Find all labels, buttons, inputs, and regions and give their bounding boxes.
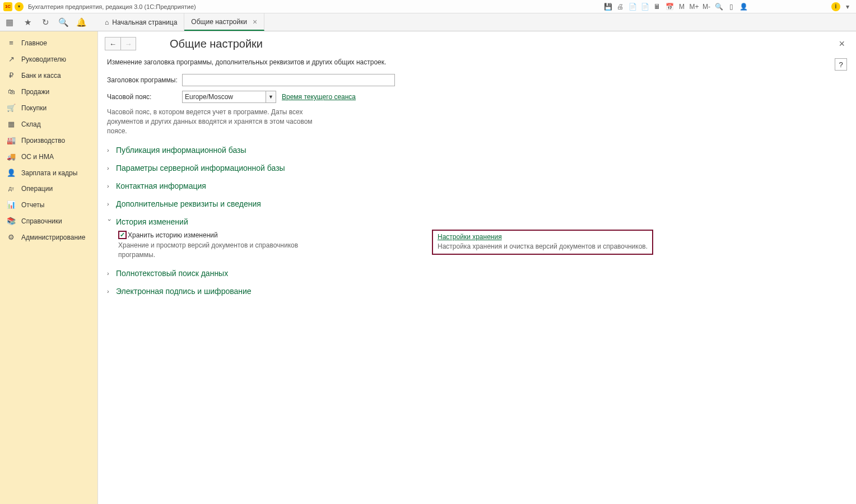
chevron-right-icon: ›	[107, 270, 113, 277]
sidebar-item-purchases[interactable]: 🛒Покупки	[0, 100, 97, 116]
tabs: ⌂ Начальная страница Общие настройки ×	[98, 13, 264, 31]
doc2-icon[interactable]: 📄	[640, 2, 650, 12]
section-title: Публикация информационной базы	[116, 146, 246, 155]
tab-active-label: Общие настройки	[191, 18, 247, 26]
row-timezone: Часовой пояс: Europe/Moscow ▼ Время теку…	[107, 91, 847, 103]
mminus-icon[interactable]: M-	[701, 2, 711, 12]
section-header[interactable]: › Параметры серверной информационной баз…	[107, 161, 847, 175]
info-icon[interactable]: i	[831, 2, 840, 11]
main: ← → Общие настройки × ? Изменение заголо…	[98, 31, 856, 504]
dropdown-icon[interactable]: ▾	[15, 2, 24, 11]
section-body: ✓ Хранить историю изменений Хранение и п…	[107, 228, 847, 262]
titlebar-right: 💾 🖨 📄 📄 🖩 📅 M M+ M- 🔍 ▯ 👤 i ▾	[603, 2, 853, 12]
page-description: Изменение заголовка программы, дополните…	[107, 58, 847, 66]
panel-icon[interactable]: ▯	[726, 2, 736, 12]
sidebar-item-operations[interactable]: ДтОперации	[0, 181, 97, 197]
back-button[interactable]: ←	[105, 37, 120, 50]
m-icon[interactable]: M	[677, 2, 687, 12]
checkbox-row: ✓ Хранить историю изменений	[118, 231, 320, 239]
sidebar-item-label: Администрирование	[21, 234, 85, 241]
sidebar-item-admin[interactable]: ⚙Администрирование	[0, 229, 97, 245]
sidebar-item-label: Склад	[21, 120, 41, 128]
doc-icon[interactable]: 📄	[627, 2, 638, 12]
books-icon: 📚	[7, 217, 16, 225]
sidebar-item-reports[interactable]: 📊Отчеты	[0, 197, 97, 213]
toprow: ▦ ★ ↻ 🔍 🔔 ⌂ Начальная страница Общие нас…	[0, 13, 856, 31]
main-toolbar: ← → Общие настройки ×	[98, 31, 856, 54]
chevron-down-icon[interactable]: ▼	[266, 91, 276, 103]
sidebar-item-manager[interactable]: ↗Руководителю	[0, 51, 97, 67]
session-time-link[interactable]: Время текущего сеанса	[282, 93, 356, 101]
sidebar-item-label: Банк и касса	[21, 72, 61, 80]
info-dropdown-icon[interactable]: ▾	[843, 2, 853, 12]
sidebar-item-label: Справочники	[21, 217, 62, 225]
section-fulltext: › Полнотекстовый поиск данных	[107, 267, 847, 280]
history-row: ✓ Хранить историю изменений Хранение и п…	[118, 231, 847, 260]
timezone-select[interactable]: Europe/Moscow ▼	[182, 91, 276, 103]
section-additional: › Дополнительные реквизиты и сведения	[107, 197, 847, 211]
grid-icon: ▦	[7, 120, 16, 128]
ruble-icon: ₽	[7, 71, 16, 80]
tab-home[interactable]: ⌂ Начальная страница	[98, 13, 184, 31]
program-title-input[interactable]	[182, 74, 395, 86]
checkbox-desc: Хранение и просмотр версий документов и …	[118, 241, 320, 260]
section-header[interactable]: › История изменений	[107, 215, 847, 228]
zoom-icon[interactable]: 🔍	[714, 2, 724, 12]
sidebar-item-label: Отчеты	[21, 201, 44, 209]
help-button[interactable]: ?	[835, 58, 847, 71]
calendar-icon[interactable]: 📅	[664, 2, 674, 12]
section-header[interactable]: › Публикация информационной базы	[107, 143, 847, 157]
section-title: Контактная информация	[116, 181, 206, 190]
print-icon[interactable]: 🖨	[615, 2, 625, 12]
timezone-value: Europe/Moscow	[182, 91, 266, 103]
sidebar-item-bank[interactable]: ₽Банк и касса	[0, 67, 97, 83]
history-icon[interactable]: ↻	[40, 17, 50, 27]
chevron-right-icon: ›	[107, 165, 113, 171]
star-icon[interactable]: ★	[22, 17, 32, 27]
section-title: Дополнительные реквизиты и сведения	[116, 199, 261, 208]
sidebar-item-label: Производство	[21, 137, 65, 144]
timezone-hint: Часовой пояс, в котором ведется учет в п…	[107, 108, 314, 136]
storage-settings-link[interactable]: Настройки хранения	[438, 233, 502, 241]
cart-icon: 🛒	[7, 104, 16, 112]
tab-active[interactable]: Общие настройки ×	[184, 13, 264, 31]
chevron-down-icon: ›	[106, 219, 113, 225]
debit-icon: Дт	[7, 186, 16, 192]
sidebar-item-label: Руководителю	[21, 55, 66, 63]
timezone-label: Часовой пояс:	[107, 93, 182, 101]
bell-icon[interactable]: 🔔	[76, 17, 86, 27]
home-icon: ⌂	[105, 18, 109, 26]
apps-icon[interactable]: ▦	[4, 17, 15, 27]
sidebar-item-main[interactable]: ≡Главное	[0, 35, 97, 51]
sidebar-item-salary[interactable]: 👤Зарплата и кадры	[0, 165, 97, 181]
sidebar-item-warehouse[interactable]: ▦Склад	[0, 116, 97, 132]
checkbox-label: Хранить историю изменений	[128, 231, 218, 239]
gear-icon: ⚙	[7, 233, 16, 241]
search-icon[interactable]: 🔍	[58, 17, 68, 27]
section-header[interactable]: › Контактная информация	[107, 179, 847, 193]
close-icon[interactable]: ×	[253, 17, 257, 26]
sidebar-item-assets[interactable]: 🚚ОС и НМА	[0, 148, 97, 165]
page-close-button[interactable]: ×	[834, 38, 849, 50]
section-contact: › Контактная информация	[107, 179, 847, 193]
bag-icon: 🛍	[7, 87, 16, 96]
section-header[interactable]: › Электронная подпись и шифрование	[107, 284, 847, 298]
section-header[interactable]: › Полнотекстовый поиск данных	[107, 267, 847, 280]
section-header[interactable]: › Дополнительные реквизиты и сведения	[107, 197, 847, 211]
history-left: ✓ Хранить историю изменений Хранение и п…	[118, 231, 320, 260]
section-title: Полнотекстовый поиск данных	[116, 269, 228, 278]
forward-button[interactable]: →	[120, 37, 136, 50]
mplus-icon[interactable]: M+	[689, 2, 699, 12]
factory-icon: 🏭	[7, 136, 16, 144]
keep-history-checkbox[interactable]: ✓	[118, 231, 127, 239]
layout: ≡Главное ↗Руководителю ₽Банк и касса 🛍Пр…	[0, 31, 856, 504]
quickbar: ▦ ★ ↻ 🔍 🔔	[0, 13, 98, 31]
user-icon[interactable]: 👤	[738, 2, 748, 12]
sidebar-item-sales[interactable]: 🛍Продажи	[0, 83, 97, 100]
save-icon[interactable]: 💾	[603, 2, 613, 12]
section-server: › Параметры серверной информационной баз…	[107, 161, 847, 175]
sidebar-item-production[interactable]: 🏭Производство	[0, 132, 97, 148]
page-title: Общие настройки	[170, 38, 263, 50]
sidebar-item-references[interactable]: 📚Справочники	[0, 213, 97, 229]
calc-icon[interactable]: 🖩	[652, 2, 662, 12]
